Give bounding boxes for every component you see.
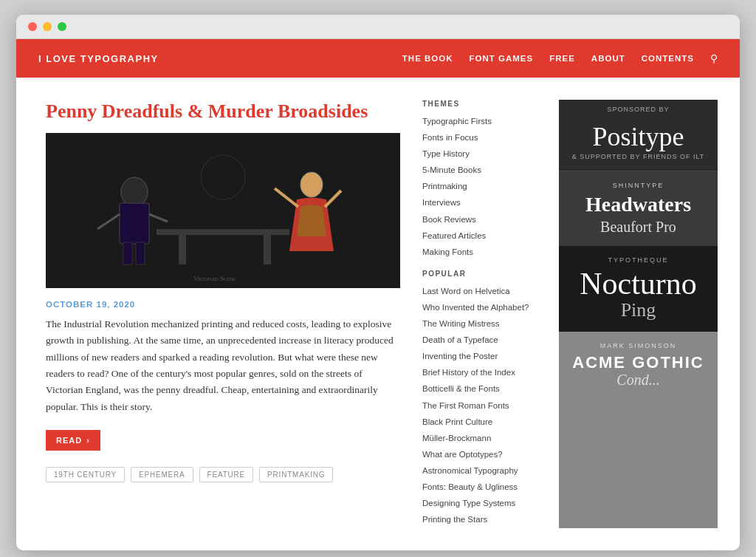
theme-printmaking[interactable]: Printmaking [422, 182, 467, 191]
nav-free[interactable]: FREE [549, 54, 575, 63]
ad-block-positype[interactable]: Positype & SUPPORTED BY FRIENDS OF ILT [559, 116, 718, 171]
minimize-dot[interactable] [43, 22, 52, 31]
typotheque-label: TYPOTHEQUE [571, 256, 706, 264]
popular-beauty-ugliness[interactable]: Fonts: Beauty & Ugliness [422, 482, 518, 491]
svg-rect-2 [179, 235, 186, 264]
list-item: What are Optotypes? [422, 447, 537, 460]
list-item: The Writing Mistress [422, 316, 537, 329]
nav-font-games[interactable]: FONT GAMES [470, 54, 534, 63]
theme-making-fonts[interactable]: Making Fonts [422, 247, 473, 256]
popular-who-invented[interactable]: Who Invented the Alphabet? [422, 303, 529, 312]
list-item: Astronomical Typography [422, 463, 537, 476]
popular-designing-type[interactable]: Designing Type Systems [422, 499, 515, 508]
svg-rect-8 [123, 242, 132, 264]
list-item: Black Print Culture [422, 414, 537, 428]
popular-death-typeface[interactable]: Death of a Typeface [422, 335, 498, 344]
tag-19th-century[interactable]: 19TH CENTURY [46, 467, 125, 482]
site-logo[interactable]: I LOVE TYPOGRAPHY [38, 53, 159, 64]
nav-the-book[interactable]: THE BOOK [402, 54, 453, 63]
list-item: Fonts in Focus [422, 130, 537, 143]
nav-about[interactable]: ABOUT [591, 54, 625, 63]
theme-fonts-in-focus[interactable]: Fonts in Focus [422, 133, 478, 142]
list-item: 5-Minute Books [422, 163, 537, 176]
ad-block-shinntype[interactable]: SHINNTYPE Headwaters Beaufort Pro [559, 171, 718, 246]
popular-astronomical[interactable]: Astronomical Typography [422, 466, 518, 475]
article-title: Penny Dreadfuls & Murder Broadsides [46, 100, 400, 123]
list-item: Brief History of the Index [422, 365, 537, 378]
list-item: Interviews [422, 195, 537, 208]
list-item: Making Fonts [422, 245, 537, 258]
tag-feature[interactable]: FEATURE [199, 467, 254, 482]
popular-first-roman[interactable]: The First Roman Fonts [422, 401, 509, 410]
theme-featured-articles[interactable]: Featured Articles [422, 231, 486, 240]
theme-book-reviews[interactable]: Book Reviews [422, 215, 476, 224]
ad-column: SPONSORED BY Positype & SUPPORTED BY FRI… [559, 100, 718, 528]
acme-gothic-sub: Cond... [571, 372, 706, 389]
nocturno-heading: Nocturno [571, 268, 706, 299]
sponsored-label: SPONSORED BY [559, 100, 718, 116]
article-image: Victorian Scene [46, 133, 400, 288]
popular-writing-mistress[interactable]: The Writing Mistress [422, 319, 500, 328]
supported-label: & SUPPORTED BY FRIENDS OF ILT [571, 153, 706, 160]
popular-last-word[interactable]: Last Word on Helvetica [422, 287, 510, 295]
list-item: Designing Type Systems [422, 496, 537, 509]
shinntype-label: SHINNTYPE [571, 182, 706, 189]
themes-list: Typographic Firsts Fonts in Focus Type H… [422, 114, 537, 258]
popular-inventing-poster[interactable]: Inventing the Poster [422, 352, 498, 360]
theme-typographic-firsts[interactable]: Typographic Firsts [422, 117, 492, 126]
ping-heading: Ping [571, 299, 706, 321]
theme-type-history[interactable]: Type History [422, 149, 470, 158]
list-item: Müller-Brockmann [422, 431, 537, 444]
list-item: Typographic Firsts [422, 114, 537, 127]
maximize-dot[interactable] [58, 22, 66, 31]
list-item: Fonts: Beauty & Ugliness [422, 479, 537, 493]
list-item: The First Roman Fonts [422, 398, 537, 411]
svg-rect-3 [264, 235, 271, 264]
list-item: Printmaking [422, 179, 537, 192]
ad-block-simonson[interactable]: MARK SIMONSON ACME GOTHIC Cond... [559, 332, 718, 528]
site-navigation: I LOVE TYPOGRAPHY THE BOOK FONT GAMES FR… [16, 39, 740, 78]
svg-rect-9 [136, 242, 145, 264]
ad-block-typotheque[interactable]: TYPOTHEQUE Nocturno Ping [559, 246, 718, 332]
read-button[interactable]: READ › [46, 430, 100, 451]
tag-ephemera[interactable]: EPHEMERA [131, 467, 193, 482]
popular-muller[interactable]: Müller-Brockmann [422, 434, 491, 442]
list-item: Botticelli & the Fonts [422, 381, 537, 394]
browser-window: I LOVE TYPOGRAPHY THE BOOK FONT GAMES FR… [16, 15, 740, 550]
svg-rect-0 [46, 133, 400, 288]
close-dot[interactable] [28, 22, 37, 31]
search-icon[interactable]: ⚲ [710, 52, 718, 65]
svg-rect-5 [120, 203, 149, 244]
acme-gothic-heading: ACME GOTHIC [571, 354, 706, 372]
popular-list: Last Word on Helvetica Who Invented the … [422, 284, 537, 525]
svg-point-10 [300, 172, 323, 197]
popular-optotypes[interactable]: What are Optotypes? [422, 450, 503, 459]
svg-text:Victorian Scene: Victorian Scene [193, 275, 236, 282]
list-item: Who Invented the Alphabet? [422, 300, 537, 313]
beaufort-heading: Beaufort Pro [571, 218, 706, 236]
list-item: Printing the Stars [422, 512, 537, 525]
list-item: Last Word on Helvetica [422, 284, 537, 297]
svg-point-4 [121, 177, 148, 207]
list-item: Book Reviews [422, 212, 537, 225]
popular-botticelli[interactable]: Botticelli & the Fonts [422, 384, 500, 393]
themes-heading: THEMES [422, 100, 537, 108]
tag-printmaking[interactable]: PRINTMAKING [259, 467, 333, 482]
article-section: Penny Dreadfuls & Murder Broadsides [46, 100, 400, 528]
theme-5-minute-books[interactable]: 5-Minute Books [422, 165, 481, 174]
list-item: Inventing the Poster [422, 349, 537, 362]
list-item: Type History [422, 146, 537, 160]
svg-rect-1 [157, 229, 289, 235]
article-body: The Industrial Revolution mechanized pri… [46, 316, 400, 415]
nav-contents[interactable]: CONTENTS [642, 54, 694, 63]
popular-black-print[interactable]: Black Print Culture [422, 417, 492, 426]
sidebar-section: THEMES Typographic Firsts Fonts in Focus… [422, 100, 537, 528]
browser-chrome [16, 15, 740, 39]
headwaters-heading: Headwaters [571, 194, 706, 216]
content-area: Penny Dreadfuls & Murder Broadsides [16, 78, 740, 550]
popular-printing-stars[interactable]: Printing the Stars [422, 515, 487, 524]
article-tags: 19TH CENTURY EPHEMERA FEATURE PRINTMAKIN… [46, 467, 400, 482]
simonson-label: MARK SIMONSON [571, 342, 706, 349]
popular-brief-history[interactable]: Brief History of the Index [422, 368, 515, 377]
theme-interviews[interactable]: Interviews [422, 198, 461, 207]
